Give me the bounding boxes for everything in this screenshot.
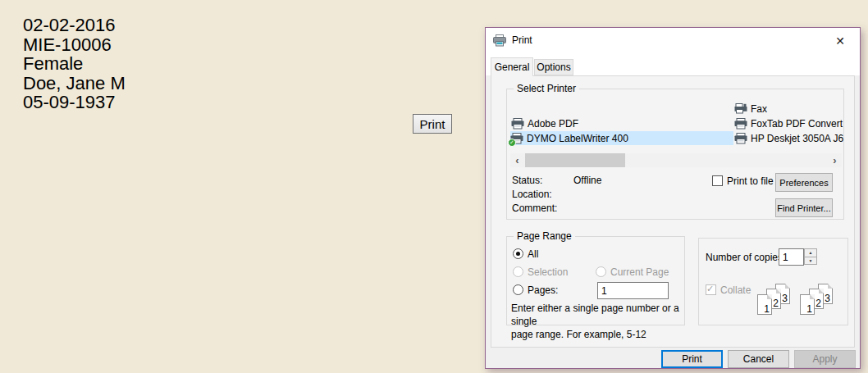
print-to-file-label: Print to file: [727, 175, 774, 187]
sheet-number: 2: [815, 298, 821, 309]
pages-radio[interactable]: [513, 284, 523, 295]
desktop-screen: 02-02-2016 MIE-10006 Female Doe, Jane M …: [0, 0, 868, 373]
select-printer-group: Select Printer Fax Adobe PDF: [506, 89, 844, 220]
scroll-track[interactable]: [524, 153, 828, 167]
comment-label: Comment:: [512, 202, 557, 214]
tab-general[interactable]: General: [491, 57, 533, 76]
page-range-group: Page Range All Selection Current Page Pa…: [506, 236, 685, 325]
patient-dob: 05-09-1937: [23, 93, 126, 112]
sheet-number: 1: [764, 303, 770, 315]
sheet-number: 3: [782, 293, 788, 304]
close-icon[interactable]: ✕: [825, 31, 855, 51]
sheet-number: 2: [773, 298, 779, 309]
all-label: All: [528, 248, 538, 260]
patient-sex: Female: [23, 54, 126, 74]
tab-options[interactable]: Options: [534, 59, 573, 75]
page-range-help-line2: page range. For example, 5-12: [511, 328, 685, 341]
collate-pages-icon: 3 2 1: [757, 284, 795, 320]
patient-info: 02-02-2016 MIE-10006 Female Doe, Jane M …: [23, 16, 126, 112]
copies-group: Number of copies: ▲ ▼ ✓ Collate 3 2 1 3: [698, 238, 848, 325]
copies-spinner[interactable]: ▲ ▼: [804, 248, 817, 266]
tab-panel-general: Select Printer Fax Adobe PDF: [491, 75, 855, 348]
printer-icon: [734, 133, 747, 144]
current-page-radio: [596, 266, 606, 277]
default-printer-badge-icon: ✓: [508, 139, 516, 147]
page-range-help: Enter either a single page number or a s…: [511, 302, 685, 341]
dialog-title: Print: [512, 34, 532, 46]
printer-name: Fax: [751, 103, 767, 115]
preferences-button[interactable]: Preferences: [775, 173, 833, 192]
current-page-label: Current Page: [610, 266, 669, 278]
printer-name: DYMO LabelWriter 400: [527, 133, 628, 144]
printer-list-hscrollbar[interactable]: ‹ ›: [510, 153, 842, 167]
pages-label: Pages:: [528, 284, 558, 296]
selection-radio: [513, 266, 523, 277]
dialog-print-button[interactable]: Print: [661, 350, 723, 368]
printer-item-hp-deskjet[interactable]: HP Deskjet 3050A J6: [734, 131, 843, 145]
printer-icon: [734, 118, 747, 130]
patient-name: Doe, Jane M: [23, 74, 126, 93]
printer-name: HP Deskjet 3050A J6: [751, 133, 843, 144]
print-dialog: Print ✕ General Options Select Printer F…: [485, 27, 861, 369]
collate-sheet: 1: [757, 294, 772, 315]
page-print-button[interactable]: Print: [413, 114, 452, 134]
select-printer-legend: Select Printer: [514, 83, 579, 94]
copies-input[interactable]: [779, 248, 804, 266]
scroll-thumb[interactable]: [525, 153, 625, 167]
dialog-cancel-button[interactable]: Cancel: [728, 350, 789, 368]
spin-down-icon[interactable]: ▼: [804, 257, 817, 266]
fax-icon: [734, 103, 747, 115]
printer-item-foxtab[interactable]: FoxTab PDF Convert: [734, 116, 843, 130]
number-of-copies-label: Number of copies:: [706, 252, 785, 263]
printer-item-dymo-selected[interactable]: ✓ DYMO LabelWriter 400: [510, 131, 733, 145]
status-label: Status:: [512, 175, 542, 186]
printer-icon: [493, 34, 506, 47]
printer-item-adobe-pdf[interactable]: Adobe PDF: [511, 116, 578, 130]
patient-date: 02-02-2016: [23, 16, 126, 35]
dialog-apply-button: Apply: [794, 350, 856, 368]
collate-pages-icon: 3 2 1: [800, 284, 838, 320]
patient-id: MIE-10006: [23, 35, 126, 55]
page-range-help-line1: Enter either a single page number or a s…: [511, 302, 685, 328]
location-label: Location:: [512, 189, 552, 200]
scroll-left-icon[interactable]: ‹: [510, 153, 524, 167]
dialog-titlebar[interactable]: Print ✕: [486, 28, 860, 52]
printer-item-fax[interactable]: Fax: [734, 102, 767, 116]
pages-input[interactable]: [597, 282, 669, 299]
status-value: Offline: [573, 175, 601, 186]
find-printer-button[interactable]: Find Printer...: [775, 198, 833, 217]
printer-name: Adobe PDF: [528, 118, 578, 130]
print-to-file-checkbox[interactable]: [712, 175, 723, 186]
collate-sheet: 1: [800, 294, 815, 315]
sheet-number: 1: [806, 303, 812, 315]
sheet-number: 3: [825, 293, 830, 304]
selection-label: Selection: [528, 266, 568, 278]
collate-checkbox: ✓: [706, 284, 716, 295]
scroll-right-icon[interactable]: ›: [828, 153, 842, 167]
collate-label: Collate: [720, 284, 751, 296]
printer-name: FoxTab PDF Convert: [751, 118, 843, 130]
printer-icon: [511, 118, 524, 130]
collate-check-icon: ✓: [706, 284, 714, 294]
printer-icon: ✓: [510, 133, 523, 144]
all-radio[interactable]: [513, 248, 523, 259]
page-range-legend: Page Range: [514, 230, 575, 242]
